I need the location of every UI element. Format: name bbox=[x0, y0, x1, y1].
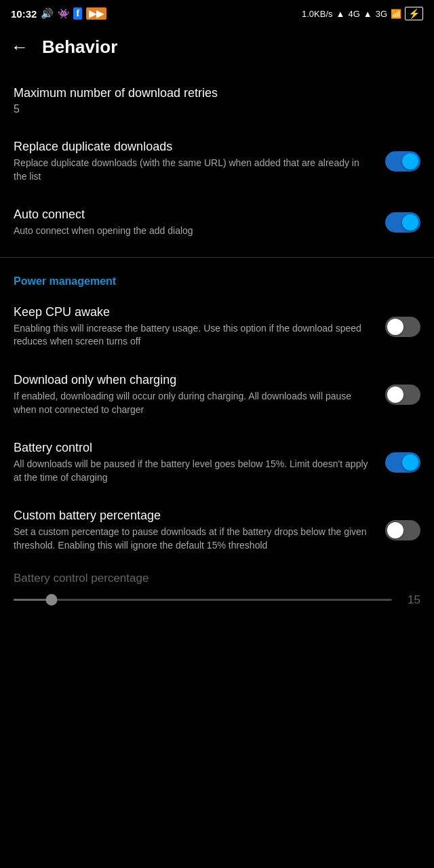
settings-content: Maximum number of download retries 5 Rep… bbox=[0, 67, 434, 630]
replace-duplicates-desc: Replace duplicate downloads (with the sa… bbox=[14, 157, 372, 183]
power-management-label: Power management bbox=[14, 275, 116, 287]
auto-connect-track bbox=[385, 212, 420, 233]
discord-icon: 👾 bbox=[58, 8, 69, 19]
facebook-icon: f bbox=[73, 7, 82, 20]
signal2-icon: ▲ bbox=[363, 9, 372, 19]
auto-connect-setting[interactable]: Auto connect Auto connect when opening t… bbox=[0, 195, 434, 250]
auto-connect-text: Auto connect Auto connect when opening t… bbox=[14, 208, 385, 238]
auto-connect-desc: Auto connect when opening the add dialog bbox=[14, 224, 372, 238]
max-retries-setting[interactable]: Maximum number of download retries 5 bbox=[0, 74, 434, 127]
download-only-charging-track bbox=[385, 384, 420, 405]
download-only-charging-thumb bbox=[387, 387, 403, 403]
power-management-header: Power management bbox=[0, 264, 434, 293]
battery-control-setting[interactable]: Battery control All downloads will be pa… bbox=[0, 429, 434, 496]
slider-value: 15 bbox=[400, 593, 420, 607]
wifi-icon: 📶 bbox=[391, 9, 401, 19]
replace-duplicates-text: Replace duplicate downloads Replace dupl… bbox=[14, 140, 385, 183]
battery-control-title: Battery control bbox=[14, 441, 372, 455]
max-retries-value: 5 bbox=[14, 103, 407, 115]
status-right: 1.0KB/s ▲ 4G ▲ 3G 📶 ⚡ bbox=[302, 7, 423, 20]
replace-duplicates-track bbox=[385, 151, 420, 172]
network-type: 4G bbox=[348, 9, 359, 19]
keep-cpu-awake-track bbox=[385, 317, 420, 337]
auto-connect-thumb bbox=[402, 214, 418, 231]
custom-battery-track bbox=[385, 520, 420, 540]
page-header: ← Behavior bbox=[0, 27, 434, 67]
auto-connect-title: Auto connect bbox=[14, 208, 372, 222]
keep-cpu-awake-setting[interactable]: Keep CPU awake Enabling this will increa… bbox=[0, 293, 434, 361]
battery-control-desc: All downloads will be paused if the batt… bbox=[14, 458, 372, 484]
page-title: Behavior bbox=[42, 37, 117, 58]
status-bar: 10:32 🔊 👾 f ▶▶ 1.0KB/s ▲ 4G ▲ 3G 📶 ⚡ bbox=[0, 0, 434, 27]
keep-cpu-awake-title: Keep CPU awake bbox=[14, 305, 372, 319]
replace-duplicates-thumb bbox=[402, 153, 418, 170]
battery-control-track bbox=[385, 452, 420, 473]
slider-thumb[interactable] bbox=[45, 594, 57, 606]
auto-connect-toggle[interactable] bbox=[385, 212, 420, 233]
battery-control-thumb bbox=[402, 454, 418, 471]
custom-battery-desc: Set a custom percentage to pause downloa… bbox=[14, 526, 372, 552]
keep-cpu-awake-text: Keep CPU awake Enabling this will increa… bbox=[14, 305, 385, 349]
media-icon: ▶▶ bbox=[86, 7, 106, 20]
max-retries-text: Maximum number of download retries 5 bbox=[14, 86, 420, 115]
network-type2: 3G bbox=[376, 9, 387, 19]
battery-icon: ⚡ bbox=[405, 7, 423, 20]
download-only-charging-text: Download only when charging If enabled, … bbox=[14, 373, 385, 416]
back-button[interactable]: ← bbox=[11, 37, 28, 58]
battery-percentage-slider-container: Battery control percentage 15 bbox=[0, 565, 434, 623]
custom-battery-setting[interactable]: Custom battery percentage Set a custom p… bbox=[0, 496, 434, 564]
max-retries-title: Maximum number of download retries bbox=[14, 86, 407, 100]
replace-duplicates-setting[interactable]: Replace duplicate downloads Replace dupl… bbox=[0, 127, 434, 195]
battery-control-toggle[interactable] bbox=[385, 452, 420, 473]
slider-row: 15 bbox=[14, 593, 420, 607]
keep-cpu-awake-desc: Enabling this will increase the battery … bbox=[14, 322, 372, 349]
battery-percentage-label: Battery control percentage bbox=[14, 572, 420, 585]
sound-icon: 🔊 bbox=[41, 7, 54, 20]
custom-battery-title: Custom battery percentage bbox=[14, 509, 372, 523]
download-only-charging-desc: If enabled, downloading will occur only … bbox=[14, 390, 372, 416]
download-only-charging-setting[interactable]: Download only when charging If enabled, … bbox=[0, 361, 434, 429]
network-speed: 1.0KB/s bbox=[302, 9, 333, 19]
download-only-charging-title: Download only when charging bbox=[14, 373, 372, 387]
replace-duplicates-title: Replace duplicate downloads bbox=[14, 140, 372, 154]
replace-duplicates-toggle[interactable] bbox=[385, 151, 420, 172]
time-display: 10:32 bbox=[11, 8, 37, 20]
download-only-charging-toggle[interactable] bbox=[385, 384, 420, 405]
slider-track[interactable] bbox=[14, 599, 392, 601]
custom-battery-text: Custom battery percentage Set a custom p… bbox=[14, 509, 385, 552]
custom-battery-toggle[interactable] bbox=[385, 520, 420, 540]
keep-cpu-awake-thumb bbox=[387, 319, 403, 335]
power-divider bbox=[0, 257, 434, 258]
keep-cpu-awake-toggle[interactable] bbox=[385, 317, 420, 337]
battery-control-text: Battery control All downloads will be pa… bbox=[14, 441, 385, 484]
signal-icon: ▲ bbox=[336, 9, 345, 19]
status-left: 10:32 🔊 👾 f ▶▶ bbox=[11, 7, 106, 20]
custom-battery-thumb bbox=[387, 522, 403, 538]
